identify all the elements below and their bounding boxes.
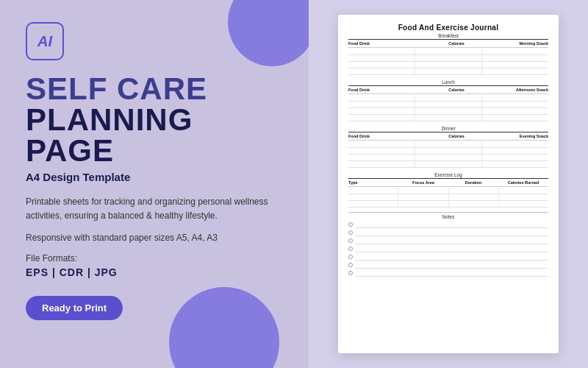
ready-to-print-button[interactable]: Ready to Print xyxy=(26,296,123,320)
notes-circle xyxy=(348,230,353,235)
ex-col-type: Type xyxy=(348,180,398,185)
dinner-label: Dinner xyxy=(348,126,548,131)
journal-title: Food And Exercise Journal xyxy=(348,24,548,32)
breakfast-label: Breakfast xyxy=(348,33,548,38)
notes-line xyxy=(356,221,548,228)
notes-line xyxy=(356,253,548,261)
table-row xyxy=(348,161,548,168)
table-row xyxy=(348,108,548,115)
ai-logo-text: AI xyxy=(37,33,52,50)
table-row xyxy=(348,155,548,161)
title-self-care: SELF CARE xyxy=(26,74,283,105)
breakfast-columns: Food Drink Calories Morning Snack xyxy=(348,39,548,48)
lunch-label: Lunch xyxy=(348,79,548,85)
table-row xyxy=(348,55,548,62)
formats-label: File Formats: xyxy=(26,253,283,263)
notes-label: Notes xyxy=(348,212,548,219)
ai-logo: AI xyxy=(26,22,64,60)
table-row xyxy=(348,102,548,108)
notes-line xyxy=(356,261,548,269)
journal-page: Food And Exercise Journal Breakfast Food… xyxy=(338,15,559,353)
table-row xyxy=(348,148,548,155)
formats-values: EPS | CDR | JPG xyxy=(26,266,283,278)
dinner-section: Dinner Food Drink Calories Evening Snack xyxy=(348,126,548,168)
left-panel: AI SELF CARE PLANNING PAGE A4 Design Tem… xyxy=(0,0,309,368)
formats-section: File Formats: EPS | CDR | JPG xyxy=(26,253,283,278)
ex-col-focus: Focus Area xyxy=(398,180,448,185)
breakfast-col-calories: Calories xyxy=(429,41,484,46)
notes-line xyxy=(356,229,548,236)
lunch-section: Lunch Food Drink Calories Afternoon Snac… xyxy=(348,79,548,121)
description: Printable sheets for tracking and organi… xyxy=(26,195,268,222)
lunch-col-calories: Calories xyxy=(429,88,484,92)
table-row xyxy=(348,201,548,208)
deco-circle-top xyxy=(228,0,316,66)
notes-row xyxy=(348,237,548,244)
exercise-label: Exercise Log xyxy=(348,172,548,177)
dinner-col-snack: Evening Snack xyxy=(484,134,548,138)
table-row xyxy=(348,115,548,121)
table-row xyxy=(348,188,548,194)
breakfast-col-food: Food Drink xyxy=(348,41,429,46)
deco-circle-bottom xyxy=(169,287,279,368)
notes-circle xyxy=(348,271,353,275)
notes-circle xyxy=(348,222,353,227)
notes-circle xyxy=(348,238,353,243)
ex-col-burned: Calories Burned xyxy=(498,180,548,185)
table-row xyxy=(348,194,548,201)
notes-circle xyxy=(348,255,353,259)
dinner-col-calories: Calories xyxy=(429,134,484,138)
notes-row xyxy=(348,261,548,269)
table-row xyxy=(348,95,548,102)
notes-line xyxy=(356,269,548,277)
lunch-columns: Food Drink Calories Afternoon Snack xyxy=(348,85,548,94)
notes-section: Notes xyxy=(348,212,548,277)
right-panel: Food And Exercise Journal Breakfast Food… xyxy=(309,0,588,368)
notes-circle xyxy=(348,263,353,267)
lunch-col-snack: Afternoon Snack xyxy=(484,88,548,92)
breakfast-col-snack: Morning Snack xyxy=(484,41,548,46)
notes-row xyxy=(348,245,548,252)
lunch-col-food: Food Drink xyxy=(348,88,429,92)
ex-col-duration: Duration xyxy=(448,180,498,185)
table-row xyxy=(348,62,548,68)
subtitle: A4 Design Template xyxy=(26,171,283,183)
table-row xyxy=(348,141,548,148)
notes-line xyxy=(356,245,548,252)
title-page: PAGE xyxy=(26,135,283,166)
breakfast-section: Breakfast Food Drink Calories Morning Sn… xyxy=(348,33,548,75)
exercise-section: Exercise Log Type Focus Area Duration Ca… xyxy=(348,172,548,208)
table-row xyxy=(348,49,548,55)
exercise-columns: Type Focus Area Duration Calories Burned xyxy=(348,178,548,187)
notes-line xyxy=(356,237,548,244)
title-planning: PLANNING xyxy=(26,105,283,135)
dinner-col-food: Food Drink xyxy=(348,134,429,138)
responsive-note: Responsive with standard paper sizes A5,… xyxy=(26,233,283,243)
notes-row xyxy=(348,221,548,228)
notes-row xyxy=(348,269,548,277)
notes-row xyxy=(348,253,548,261)
notes-row xyxy=(348,229,548,236)
dinner-columns: Food Drink Calories Evening Snack xyxy=(348,132,548,141)
table-row xyxy=(348,68,548,75)
notes-circle xyxy=(348,247,353,251)
